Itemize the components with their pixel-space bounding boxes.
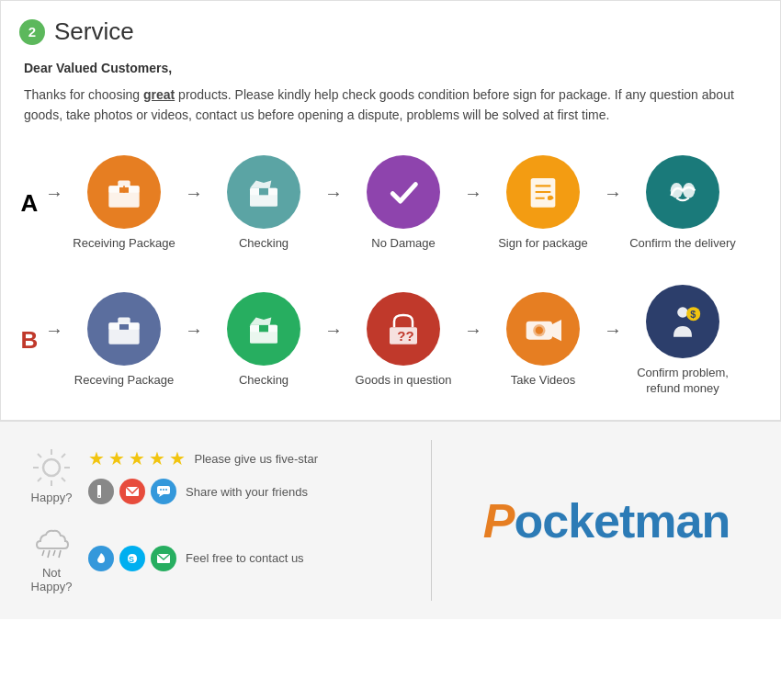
star-4: ★ [149,448,165,469]
arrow-a1: → [185,183,203,204]
chat-icon [151,479,176,504]
svg-rect-20 [259,325,268,333]
stars-group: ★ ★ ★ ★ ★ [88,447,186,469]
bottom-section: Happy? ★ ★ ★ ★ ★ Please give us five-sta… [0,421,781,619]
contact-row: S Feel free to contact us [88,546,304,571]
label-a1: Receiving Package [73,236,175,252]
circle-a5 [646,155,719,229]
label-b2: Checking [239,373,289,389]
circle-b5: $ [646,285,719,358]
desc-text: Thanks for choosing great products. Plea… [24,85,762,126]
bottom-left: Happy? ★ ★ ★ ★ ★ Please give us five-sta… [0,422,431,619]
svg-line-46 [53,550,55,556]
happy-label: Happy? [28,491,75,504]
desc-highlight: great [143,87,175,102]
service-header: 2 Service [19,17,762,46]
svg-text:??: ?? [397,328,413,344]
share-icons [88,479,176,504]
label-a2: Checking [239,236,289,252]
step-badge: 2 [19,19,45,45]
svg-point-26 [677,307,688,318]
arrow-b3: → [464,320,482,341]
cloud-icon [31,523,72,563]
svg-line-47 [59,550,61,558]
flow-row-b: B → Receving Package → [19,276,762,402]
label-b5: Confirm problem, refund money [628,366,738,397]
not-happy-row: Not Happy? S Feel free [28,523,403,593]
svg-text:$: $ [690,309,696,320]
arrow-a4: → [604,183,622,204]
circle-b4 [506,292,580,366]
flow-step-b3: ?? Goods in question [348,292,458,389]
arrow-b-start: → [45,320,63,341]
flow-step-b4: Take Videos [488,292,598,389]
svg-point-25 [536,327,543,334]
flow-row-a: A → Receiving Package → [19,146,762,257]
logo-rest: ocketman [514,494,730,548]
happy-row: Happy? ★ ★ ★ ★ ★ Please give us five-sta… [28,447,403,504]
svg-line-37 [38,478,41,481]
svg-line-36 [62,454,65,457]
label-b3: Goods in question [356,373,452,389]
service-title: Service [54,17,134,46]
svg-point-41 [160,489,162,491]
flow-step-a3: No Damage [348,155,458,252]
svg-point-13 [683,183,695,198]
star-2: ★ [108,448,125,469]
svg-point-38 [98,495,100,497]
svg-line-34 [38,454,41,457]
circle-a1 [87,155,161,229]
flow-step-a2: Checking [209,155,319,252]
dear-text: Dear Valued Customers, [24,61,762,75]
sun-icon-wrap: Happy? [28,447,75,504]
star-1: ★ [88,448,105,469]
arrow-a3: → [464,183,482,204]
arrow-b1: → [185,320,203,341]
five-star-text: Please give us five-star [195,452,318,466]
skype-icon: S [119,546,145,571]
arrow-b2: → [324,320,343,341]
circle-b3: ?? [367,292,440,366]
label-a4: Sign for package [498,236,588,252]
circle-a3 [367,155,440,229]
circle-b2 [227,292,300,366]
stars-row: ★ ★ ★ ★ ★ Please give us five-star [88,447,318,469]
share-row: Share with your friends [88,479,318,504]
svg-point-29 [43,459,60,476]
circle-b1 [87,292,161,366]
contact-text: Feel free to contact us [186,551,304,565]
top-section: 2 Service Dear Valued Customers, Thanks … [0,0,781,421]
star-5: ★ [169,448,186,469]
arrow-a-start: → [45,183,63,204]
cloud-icon-wrap: Not Happy? [28,523,75,593]
arrow-b4: → [604,320,622,341]
email-icon-share [119,479,145,504]
flow-step-a1: Receiving Package [69,155,179,252]
label-a5: Confirm the delivery [629,236,736,252]
label-b1: Receving Package [74,373,174,389]
contact-icons: S [88,546,176,571]
sun-icon [31,447,72,488]
svg-point-43 [165,489,167,491]
flow-step-b1: Receving Package [69,292,179,389]
not-happy-label: Not Happy? [28,566,75,593]
svg-rect-17 [118,318,130,325]
circle-a2 [227,155,300,229]
row-a-letter: A [19,189,40,218]
svg-point-42 [163,489,164,491]
svg-line-45 [48,550,50,558]
svg-line-35 [62,478,65,481]
flow-step-a4: Sign for package [488,155,598,252]
label-a3: No Damage [371,236,435,252]
desc-before: Thanks for choosing [24,87,143,102]
svg-rect-7 [259,188,268,196]
svg-text:S: S [129,555,134,564]
row-b-letter: B [19,326,40,355]
flow-step-b5: $ Confirm problem, refund money [628,285,738,397]
svg-point-12 [671,183,683,198]
water-icon [88,546,114,571]
label-b4: Take Videos [511,373,576,389]
flow-step-b2: Checking [209,292,319,389]
mail-icon [151,546,176,571]
circle-a4 [506,155,580,229]
